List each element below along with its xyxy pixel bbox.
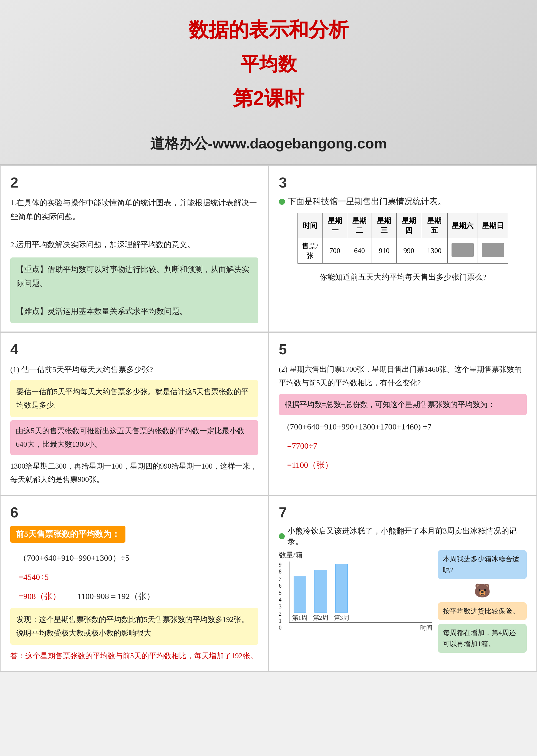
y-label-0: 0: [279, 624, 282, 631]
card-6-formula1: （700+640+910+990+1300）÷5: [19, 550, 258, 566]
y-label-4: 4: [279, 596, 282, 603]
card-3: 3 下面是科技馆一星期售出门票情况统计表。 时间 星期一 星期二 星期三 星期四…: [268, 165, 537, 332]
card-4: 4 (1) 估一估前5天平均每天大约售票多少张? 要估一估前5天平均每天大约售票…: [0, 332, 268, 495]
sub-title: 平均数: [240, 52, 297, 77]
y-label-8: 8: [279, 569, 282, 575]
card-7-intro-text: 小熊冷饮店又该进冰糕了，小熊翻开了本月前3周卖出冰糕情况的记录。: [287, 526, 527, 547]
card-2-objectives: 1.在具体的实验与操作中能读懂简单的统计图表，并能根据统计表解决一些简单的实际问…: [10, 196, 258, 252]
card-6-formula3-row: =908（张） 1100-908＝192（张）: [19, 588, 258, 604]
objective-2: 2.运用平均数解决实际问题，加深理解平均数的意义。: [10, 238, 258, 252]
green-dot-icon-2: [279, 533, 285, 539]
y-label-9: 9: [279, 562, 282, 568]
x-axis-title: 时间: [289, 624, 433, 632]
y-label-1: 1: [279, 617, 282, 624]
title-section: 数据的表示和分析 平均数 第2课时 道格办公-www.daogebangong.…: [0, 0, 537, 165]
card-7-intro: 小熊冷饮店又该进冰糕了，小熊翻开了本月前3周卖出冰糕情况的记录。: [279, 526, 527, 547]
card-6-formula2: =4540÷5: [19, 569, 258, 585]
table-cell-fri: 1300: [421, 238, 448, 263]
card-6-number: 6: [10, 504, 258, 521]
card-5-formula2: =7700÷7: [287, 438, 527, 454]
card-3-question: 你能知道前五天大约平均每天售出多少张门票么?: [279, 272, 527, 282]
table-img-sat: [452, 243, 474, 257]
card-5-question: (2) 星期六售出门票1700张，星期日售出门票1460张。这个星期售票张数的平…: [279, 363, 527, 389]
y-label-2: 2: [279, 611, 282, 617]
card-2-key-point: 【重点】借助平均数可以对事物进行比较、判断和预测，从而解决实际问题。 【难点】灵…: [10, 258, 258, 324]
ticket-table: 时间 星期一 星期二 星期三 星期四 星期五 星期六 星期日 售票/张 700: [298, 213, 508, 263]
card-7: 7 小熊冷饮店又该进冰糕了，小熊翻开了本月前3周卖出冰糕情况的记录。 数量/箱 …: [268, 495, 537, 672]
card-6-answer: 答：这个星期售票张数的平均数与前5天的平均数相比，每天增加了192张。: [10, 649, 258, 663]
card-4-bubble2: 由这5天的售票张数可推断出这五天售票的张数的平均数一定比最小数640大，比最大数…: [10, 420, 258, 455]
bar-week3: 第3周: [334, 564, 349, 622]
card-3-number: 3: [279, 174, 527, 191]
table-header-time: 时间: [298, 213, 322, 238]
table-header-sat: 星期六: [447, 213, 477, 238]
card-6-bubble: 发现：这个星期售票张数的平均数比前5天售票张数的平均数多192张。说明平均数受极…: [10, 608, 258, 645]
table-img-sun: [482, 243, 504, 257]
card-5-formula1: (700+640+910+990+1300+1700+1460) ÷7: [287, 418, 527, 434]
table-cell-wed: 910: [372, 238, 396, 263]
chart-right: 本周我进多少箱冰糕合适呢? 🐻 按平均数进货比较保险。 每周都在增加，第4周还可…: [438, 550, 527, 653]
card-4-question: (1) 估一估前5天平均每天大约售票多少张?: [10, 363, 258, 377]
chart-container: 数量/箱 0 1 2 3 4 5 6 7 8 9: [279, 550, 527, 653]
table-cell-mon: 700: [322, 238, 347, 263]
card-3-intro: 下面是科技馆一星期售出门票情况统计表。: [288, 196, 446, 207]
bear-icon: 🐻: [438, 583, 527, 598]
card-6-formula3: =908（张）: [19, 588, 61, 604]
table-cell-sun: [477, 238, 508, 263]
y-label-3: 3: [279, 603, 282, 610]
key-point-text: 【重点】借助平均数可以对事物进行比较、判断和预测，从而解决实际问题。: [17, 262, 252, 291]
table-row-label: 售票/张: [298, 238, 322, 263]
table-cell-sat: [447, 238, 477, 263]
bar-week2-bar: [314, 570, 327, 613]
green-dot-icon: [279, 199, 285, 205]
bar-week3-label: 第3周: [334, 614, 349, 622]
bar-week2: 第2周: [313, 570, 328, 622]
card-5: 5 (2) 星期六售出门票1700张，星期日售出门票1460张。这个星期售票张数…: [268, 332, 537, 495]
table-header-mon: 星期一: [322, 213, 347, 238]
bar-chart-wrapper: 0 1 2 3 4 5 6 7 8 9: [279, 562, 433, 632]
card-5-number: 5: [279, 341, 527, 358]
page: 数据的表示和分析 平均数 第2课时 道格办公-www.daogebangong.…: [0, 0, 537, 672]
y-axis-labels: 0 1 2 3 4 5 6 7 8 9: [279, 562, 282, 632]
bar-week2-label: 第2周: [313, 614, 328, 622]
table-cell-tue: 640: [347, 238, 372, 263]
bubble-blue-1: 本周我进多少箱冰糕合适呢?: [438, 550, 527, 579]
objective-1: 1.在具体的实验与操作中能读懂简单的统计图表，并能根据统计表解决一些简单的实际问…: [10, 196, 258, 224]
card-6: 6 前5天售票张数的平均数为： （700+640+910+990+1300）÷5…: [0, 495, 268, 672]
table-header-thu: 星期四: [396, 213, 421, 238]
card-4-number: 4: [10, 341, 258, 358]
website-label: 道格办公-www.daogebangong.com: [150, 134, 387, 153]
card-6-orange-title: 前5天售票张数的平均数为：: [10, 526, 125, 543]
card-3-header: 下面是科技馆一星期售出门票情况统计表。: [279, 196, 527, 207]
table-header-wed: 星期三: [372, 213, 396, 238]
bar-week1: 第1周: [292, 576, 308, 622]
card-5-bubble: 根据平均数=总数÷总份数，可知这个星期售票张数的平均数为：: [279, 394, 527, 415]
bubble-green-1: 每周都在增加，第4周还可以再增加1箱。: [438, 624, 527, 653]
y-label-6: 6: [279, 582, 282, 589]
card-7-number: 7: [279, 504, 527, 521]
table-cell-thu: 990: [396, 238, 421, 263]
difficulty-text: 【难点】灵活运用基本数量关系式求平均数问题。: [17, 304, 252, 318]
bar-week1-bar: [294, 576, 306, 613]
y-label-7: 7: [279, 576, 282, 582]
card-5-formula3: =1100（张）: [287, 457, 527, 473]
card-2-number: 2: [10, 174, 258, 191]
content-grid: 2 1.在具体的实验与操作中能读懂简单的统计图表，并能根据统计表解决一些简单的实…: [0, 165, 537, 672]
bar-week3-bar: [335, 564, 348, 613]
y-label-5: 5: [279, 589, 282, 596]
table-header-sun: 星期日: [477, 213, 508, 238]
table-header-tue: 星期二: [347, 213, 372, 238]
main-title: 数据的表示和分析: [189, 17, 349, 43]
bar-chart: 第1周 第2周 第3周: [289, 562, 433, 622]
card-2: 2 1.在具体的实验与操作中能读懂简单的统计图表，并能根据统计表解决一些简单的实…: [0, 165, 268, 332]
y-axis-title: 数量/箱: [279, 550, 433, 560]
card-4-bubble1: 要估一估前5天平均每天大约售票多少张。就是估计这5天售票张数的平均数是多少。: [10, 380, 258, 417]
chart-area: 数量/箱 0 1 2 3 4 5 6 7 8 9: [279, 550, 433, 653]
card-6-diff: 1100-908＝192（张）: [77, 588, 155, 604]
table-header-fri: 星期五: [421, 213, 448, 238]
card-4-text3: 1300给星期二300，再给星期一100，星期四的990给星期一100，这样一来…: [10, 459, 258, 486]
bar-week1-label: 第1周: [292, 614, 308, 622]
bubble-orange-1: 按平均数进货比较保险。: [438, 602, 527, 620]
lesson-title: 第2课时: [233, 85, 304, 112]
